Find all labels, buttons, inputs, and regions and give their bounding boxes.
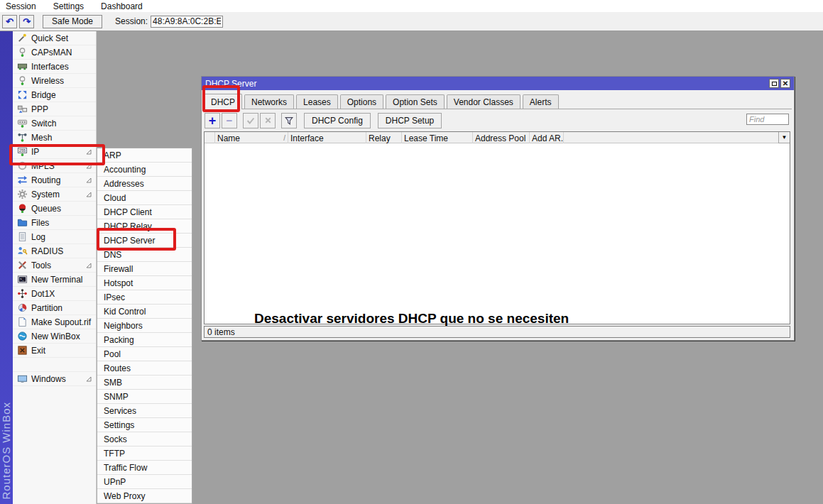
enable-button[interactable]	[243, 113, 258, 128]
tab-option-sets[interactable]: Option Sets	[386, 94, 445, 109]
submenu-item-settings[interactable]: Settings	[97, 418, 192, 432]
window-title: DHCP Server	[205, 79, 256, 89]
submenu-item-arp[interactable]: ARP	[97, 148, 192, 163]
tab-networks[interactable]: Networks	[244, 94, 294, 109]
sidebar-item-mpls[interactable]: MPLS	[13, 159, 96, 173]
tab-options[interactable]: Options	[340, 94, 383, 109]
sidebar-item-radius[interactable]: RADIUS	[13, 244, 96, 258]
wireless-icon	[17, 75, 28, 86]
sidebar-item-windows[interactable]: Windows	[13, 372, 96, 386]
header-name[interactable]: Name/	[215, 132, 288, 143]
submenu-item-dhcp-client[interactable]: DHCP Client	[97, 205, 192, 219]
header-relay[interactable]: Relay	[366, 132, 402, 143]
maximize-icon	[772, 82, 777, 86]
plus-icon: +	[209, 114, 217, 127]
sidebar-item-quick-set[interactable]: Quick Set	[13, 31, 96, 45]
sidebar-item-new-terminal[interactable]: >_ New Terminal	[13, 273, 96, 287]
close-button[interactable]: ✕	[780, 79, 790, 88]
app-menubar: Session Settings Dashboard	[0, 0, 823, 12]
undo-icon: ↶	[6, 17, 13, 26]
redo-button[interactable]: ↷	[19, 15, 34, 28]
menu-session[interactable]: Session	[6, 1, 36, 11]
tab-dhcp[interactable]: DHCP	[204, 94, 242, 109]
sidebar-item-partition[interactable]: Partition	[13, 301, 96, 315]
sidebar-item-mesh[interactable]: Mesh	[13, 131, 96, 145]
sidebar-item-switch[interactable]: Switch	[13, 116, 96, 131]
mpls-icon	[17, 160, 28, 171]
submenu-item-web-proxy[interactable]: Web Proxy	[97, 489, 192, 503]
tab-vendor-classes[interactable]: Vendor Classes	[447, 94, 520, 109]
sidebar-item-tools[interactable]: Tools	[13, 258, 96, 273]
sidebar-item-exit[interactable]: Exit	[13, 344, 96, 358]
dot1x-icon	[17, 288, 28, 299]
tab-leases[interactable]: Leases	[296, 94, 338, 109]
menu-dashboard[interactable]: Dashboard	[101, 1, 143, 11]
sidebar-item-new-winbox[interactable]: New WinBox	[13, 329, 96, 344]
sidebar-item-dot1x[interactable]: Dot1X	[13, 287, 96, 301]
header-lease-time[interactable]: Lease Time	[402, 132, 473, 143]
filter-button[interactable]	[281, 113, 297, 128]
submenu-item-kid-control[interactable]: Kid Control	[97, 305, 192, 319]
submenu-item-firewall[interactable]: Firewall	[97, 262, 192, 276]
submenu-item-dhcp-server[interactable]: DHCP Server	[97, 234, 192, 248]
sidebar-item-interfaces[interactable]: Interfaces	[13, 60, 96, 74]
submenu-item-services[interactable]: Services	[97, 404, 192, 418]
header-address-pool[interactable]: Address Pool	[473, 132, 530, 143]
sidebar-item-make-supout[interactable]: Make Supout.rif	[13, 315, 96, 329]
log-icon	[17, 231, 28, 242]
sidebar-item-log[interactable]: Log	[13, 230, 96, 244]
system-icon	[17, 189, 28, 199]
session-id-field[interactable]	[151, 16, 223, 28]
ppp-icon	[17, 104, 28, 114]
tab-alerts[interactable]: Alerts	[523, 94, 559, 109]
header-add-arp[interactable]: Add AR...	[530, 132, 564, 143]
submenu-item-neighbors[interactable]: Neighbors	[97, 319, 192, 333]
sidebar-item-routing[interactable]: Routing	[13, 173, 96, 187]
sidebar-item-system[interactable]: System	[13, 187, 96, 202]
submenu-item-dhcp-relay[interactable]: DHCP Relay	[97, 219, 192, 234]
submenu-item-ipsec[interactable]: IPsec	[97, 290, 192, 305]
dhcp-list: Name/ Interface Relay Lease Time Address…	[204, 131, 790, 324]
submenu-item-smb[interactable]: SMB	[97, 376, 192, 390]
dhcp-setup-button[interactable]: DHCP Setup	[378, 113, 442, 128]
safe-mode-button[interactable]: Safe Mode	[43, 15, 102, 28]
find-input[interactable]	[746, 114, 789, 125]
submenu-item-tftp[interactable]: TFTP	[97, 447, 192, 461]
dhcp-config-button[interactable]: DHCP Config	[304, 113, 371, 128]
submenu-item-upnp[interactable]: UPnP	[97, 475, 192, 489]
undo-button[interactable]: ↶	[2, 15, 17, 28]
sidebar-item-bridge[interactable]: Bridge	[13, 88, 96, 102]
submenu-item-addresses[interactable]: Addresses	[97, 177, 192, 191]
sidebar-item-queues[interactable]: Queues	[13, 202, 96, 216]
filter-funnel-icon	[284, 116, 294, 126]
bridge-icon	[17, 89, 28, 100]
menu-settings[interactable]: Settings	[53, 1, 84, 11]
submenu-item-snmp[interactable]: SNMP	[97, 390, 192, 404]
submenu-item-pool[interactable]: Pool	[97, 347, 192, 361]
submenu-item-accounting[interactable]: Accounting	[97, 163, 192, 177]
remove-button[interactable]: −	[222, 113, 237, 128]
dhcp-server-window: DHCP Server ✕ DHCP Networks Leases Optio…	[201, 76, 795, 341]
sidebar-item-ppp[interactable]: PPP	[13, 102, 96, 116]
submenu-item-routes[interactable]: Routes	[97, 361, 192, 376]
header-interface[interactable]: Interface	[288, 132, 366, 143]
maximize-button[interactable]	[769, 79, 779, 88]
disable-button[interactable]	[260, 113, 276, 128]
submenu-item-dns[interactable]: DNS	[97, 248, 192, 262]
sidebar-item-files[interactable]: Files	[13, 216, 96, 230]
column-selector-button[interactable]: ▼	[778, 132, 790, 143]
submenu-item-traffic-flow[interactable]: Traffic Flow	[97, 461, 192, 475]
add-button[interactable]: +	[205, 113, 220, 128]
sidebar-item-ip[interactable]: 255 IP	[13, 145, 96, 159]
annotation-text: Desactivar servidores DHCP que no se nec…	[254, 311, 569, 327]
submenu-item-packing[interactable]: Packing	[97, 333, 192, 347]
interfaces-icon	[17, 61, 28, 72]
sidebar-item-wireless[interactable]: Wireless	[13, 74, 96, 88]
sidebar-item-capsman[interactable]: CAPsMAN	[13, 45, 96, 60]
window-titlebar[interactable]: DHCP Server ✕	[202, 77, 794, 90]
submenu-item-socks[interactable]: Socks	[97, 432, 192, 447]
submenu-item-hotspot[interactable]: Hotspot	[97, 276, 192, 290]
submenu-item-cloud[interactable]: Cloud	[97, 191, 192, 205]
files-icon	[17, 217, 28, 228]
routing-icon	[17, 175, 28, 185]
